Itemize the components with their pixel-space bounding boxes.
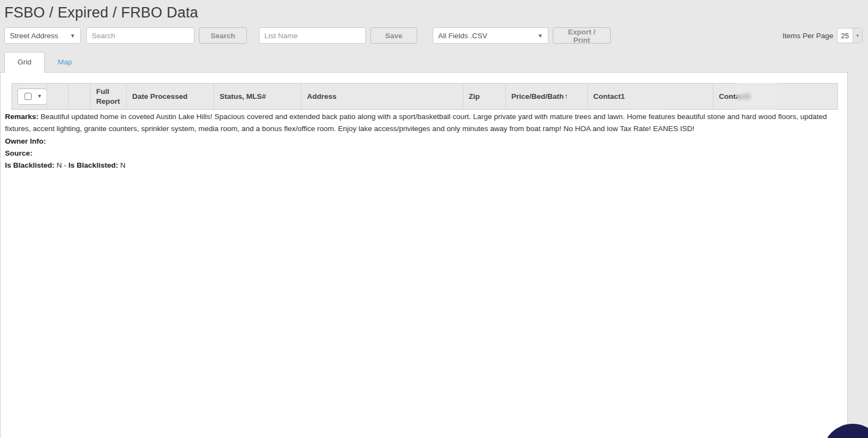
items-per-page-select[interactable]: 25 ▼	[837, 28, 863, 43]
column-header-address[interactable]: Address	[302, 84, 463, 110]
blacklisted-label: Is Blacklisted:	[68, 161, 118, 169]
search-field-select[interactable]: Street Address ▼	[4, 27, 81, 44]
source-label: Source:	[5, 149, 32, 157]
tab-map[interactable]: Map	[45, 52, 85, 72]
column-header-label: Price/Bed/Bath	[511, 92, 564, 100]
search-button[interactable]: Search	[199, 27, 247, 44]
column-header-zip[interactable]: Zip	[463, 84, 506, 110]
search-input[interactable]	[86, 27, 194, 44]
listing-details: Remarks: Beautiful updated home in covet…	[5, 111, 836, 175]
grid-panel: ▼ Full Report Date Processed Status, MLS…	[0, 72, 848, 438]
items-per-page-label: Items Per Page	[782, 32, 833, 40]
sort-ascending-icon: ↑	[564, 92, 568, 100]
toolbar: Street Address ▼ Search Save All Fields …	[4, 27, 863, 44]
export-print-button[interactable]: Export / Print	[553, 27, 611, 44]
separator: -	[64, 161, 67, 169]
items-per-page: Items Per Page 25 ▼	[782, 28, 863, 43]
chevron-down-icon: ▼	[538, 33, 543, 39]
remarks-line: Remarks: Beautiful updated home in covet…	[5, 111, 836, 135]
column-header-date-processed[interactable]: Date Processed	[127, 84, 214, 110]
column-header-lookup	[69, 84, 91, 110]
search-field-select-value: Street Address	[10, 32, 58, 40]
save-button[interactable]: Save	[370, 27, 417, 44]
owner-info-label: Owner Info:	[5, 137, 46, 145]
items-per-page-value: 25	[837, 28, 853, 43]
chevron-down-icon: ▼	[70, 33, 75, 39]
chevron-down-icon: ▼	[853, 28, 862, 43]
blacklisted-label: Is Blacklisted:	[5, 161, 55, 169]
table-header-row: ▼ Full Report Date Processed Status, MLS…	[12, 84, 838, 110]
blacklisted-line: Is Blacklisted: N - Is Blacklisted: N	[5, 159, 836, 171]
remarks-text: Beautiful updated home in coveted Austin…	[5, 113, 827, 133]
data-table-wrap: ▼ Full Report Date Processed Status, MLS…	[11, 83, 837, 110]
export-format-select-value: All Fields .CSV	[438, 32, 487, 40]
source-line: Source:	[5, 147, 836, 159]
tab-grid[interactable]: Grid	[4, 52, 45, 73]
owner-info-line: Owner Info:	[5, 135, 836, 147]
page-title: FSBO / Expired / FRBO Data	[4, 4, 868, 21]
export-format-select[interactable]: All Fields .CSV ▼	[433, 27, 548, 44]
remarks-label: Remarks:	[5, 113, 39, 121]
blacklisted-value: N	[120, 161, 126, 169]
blacklisted-value: N	[57, 161, 62, 169]
column-header-automation	[47, 84, 69, 110]
column-header-contact1[interactable]: Contact1	[588, 84, 713, 110]
column-header-price-bed-bath[interactable]: Price/Bed/Bath↑	[506, 84, 588, 110]
tab-bar: Grid Map	[4, 52, 868, 72]
column-header-contact2[interactable]: Contact2	[713, 84, 838, 110]
data-table: ▼ Full Report Date Processed Status, MLS…	[11, 83, 838, 110]
column-header-full-report[interactable]: Full Report	[91, 84, 127, 110]
list-name-input[interactable]	[259, 27, 366, 44]
column-header-status-mls[interactable]: Status, MLS#	[214, 84, 302, 110]
select-all-dropdown[interactable]: ▼	[17, 88, 47, 105]
select-all-checkbox[interactable]	[25, 93, 32, 100]
chevron-down-icon: ▼	[37, 93, 42, 100]
